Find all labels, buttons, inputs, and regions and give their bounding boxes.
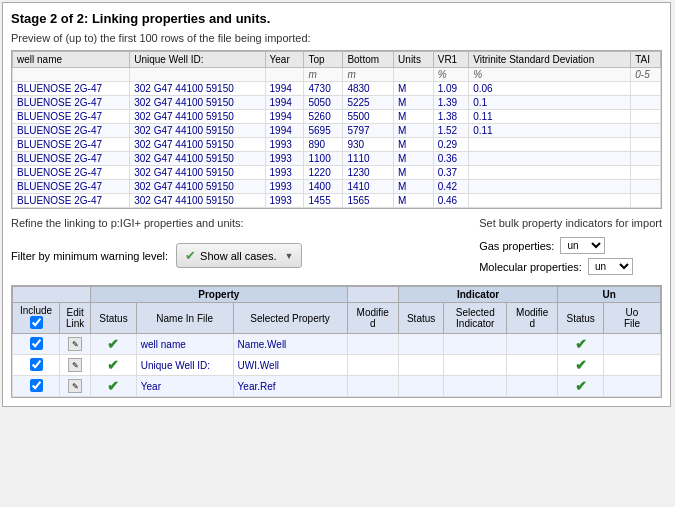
filter-row: Filter by minimum warning level: ✔ Show … <box>11 243 302 268</box>
table-row: 0.29 <box>433 138 468 152</box>
status-header: Status <box>91 303 137 334</box>
table-row: 1994 <box>265 110 304 124</box>
table-row: M <box>394 124 434 138</box>
page-subtitle: Preview of (up to) the first 100 rows of… <box>11 32 662 44</box>
gas-row: Gas properties: un yes no <box>479 237 662 254</box>
refine-left: Refine the linking to p:IGI+ properties … <box>11 217 302 268</box>
table-row <box>469 152 631 166</box>
table-row: M <box>394 82 434 96</box>
ind-selected-cell <box>444 355 507 376</box>
ind-modified-cell <box>507 376 558 397</box>
include-cell[interactable] <box>13 376 60 397</box>
modified-cell <box>347 376 398 397</box>
name-in-file-cell: well name <box>136 334 233 355</box>
table-row: 5500 <box>343 110 394 124</box>
unit-units <box>394 68 434 82</box>
col-bottom: Bottom <box>343 52 394 68</box>
table-row: 4730 <box>304 82 343 96</box>
gas-select[interactable]: un yes no <box>560 237 605 254</box>
edit-icon[interactable]: ✎ <box>68 358 82 372</box>
table-row: 4830 <box>343 82 394 96</box>
preview-table-container: well name Unique Well ID: Year Top Botto… <box>11 50 662 209</box>
table-row: 302 G47 44100 59150 <box>130 96 265 110</box>
show-cases-button[interactable]: ✔ Show all cases. ▼ <box>176 243 302 268</box>
table-row: 5260 <box>304 110 343 124</box>
status-cell: ✔ <box>91 355 137 376</box>
name-in-file-cell: Year <box>136 376 233 397</box>
col-well-name: well name <box>13 52 130 68</box>
table-row: 302 G47 44100 59150 <box>130 194 265 208</box>
link-table: Property Indicator Un Include EditLink S… <box>12 286 661 397</box>
table-row: BLUENOSE 2G-47 <box>13 96 130 110</box>
include-checkbox[interactable] <box>30 337 43 350</box>
ind-modified-cell <box>507 355 558 376</box>
show-cases-label: Show all cases. <box>200 250 276 262</box>
table-row: 1220 <box>304 166 343 180</box>
table-row <box>631 166 661 180</box>
unit-top: m <box>304 68 343 82</box>
col-vr1: VR1 <box>433 52 468 68</box>
un-status-cell: ✔ <box>558 376 604 397</box>
ind-selected-cell <box>444 376 507 397</box>
molecular-select[interactable]: un yes no <box>588 258 633 275</box>
table-row: 1994 <box>265 82 304 96</box>
col-top: Top <box>304 52 343 68</box>
include-cell[interactable] <box>13 334 60 355</box>
edit-icon[interactable]: ✎ <box>68 379 82 393</box>
include-cell[interactable] <box>13 355 60 376</box>
unit-bottom: m <box>343 68 394 82</box>
table-row: 0.46 <box>433 194 468 208</box>
ind-modified-header: Modified <box>507 303 558 334</box>
table-row <box>631 138 661 152</box>
table-row: 1100 <box>304 152 343 166</box>
selected-property-cell: Name.Well <box>233 334 347 355</box>
unit-vitrinite: % <box>469 68 631 82</box>
table-row: 5695 <box>304 124 343 138</box>
name-in-file-header: Name In File <box>136 303 233 334</box>
table-row: 302 G47 44100 59150 <box>130 124 265 138</box>
unit-tai: 0-5 <box>631 68 661 82</box>
table-row: BLUENOSE 2G-47 <box>13 138 130 152</box>
gas-label: Gas properties: <box>479 240 554 252</box>
include-checkbox[interactable] <box>30 379 43 392</box>
col-units: Units <box>394 52 434 68</box>
table-row: 1994 <box>265 96 304 110</box>
un-status-check-icon: ✔ <box>575 357 587 373</box>
selected-property-cell: Year.Ref <box>233 376 347 397</box>
dropdown-arrow-icon: ▼ <box>285 251 294 261</box>
table-row: 0.06 <box>469 82 631 96</box>
edit-cell[interactable]: ✎ <box>60 376 91 397</box>
edit-cell[interactable]: ✎ <box>60 355 91 376</box>
table-row: 0.42 <box>433 180 468 194</box>
uo-file-cell <box>603 355 660 376</box>
table-row: 1994 <box>265 124 304 138</box>
edit-link-header: EditLink <box>60 303 91 334</box>
status-check-icon: ✔ <box>107 336 119 352</box>
table-row: BLUENOSE 2G-47 <box>13 124 130 138</box>
molecular-label: Molecular properties: <box>479 261 582 273</box>
table-row: 302 G47 44100 59150 <box>130 180 265 194</box>
table-row: 1410 <box>343 180 394 194</box>
table-row: M <box>394 96 434 110</box>
table-row <box>631 96 661 110</box>
table-row: 302 G47 44100 59150 <box>130 166 265 180</box>
table-row: BLUENOSE 2G-47 <box>13 166 130 180</box>
table-row: 1.39 <box>433 96 468 110</box>
table-row <box>631 82 661 96</box>
table-row: 1.52 <box>433 124 468 138</box>
edit-icon[interactable]: ✎ <box>68 337 82 351</box>
modified-group <box>347 287 398 303</box>
edit-cell[interactable]: ✎ <box>60 334 91 355</box>
include-checkbox[interactable] <box>30 358 43 371</box>
table-row <box>469 138 631 152</box>
table-row: 302 G47 44100 59150 <box>130 82 265 96</box>
modified-cell <box>347 334 398 355</box>
modified-header: Modified <box>347 303 398 334</box>
include-all-checkbox[interactable] <box>30 316 43 329</box>
indicator-group-header: Indicator <box>398 287 558 303</box>
refine-section: Refine the linking to p:IGI+ properties … <box>11 217 662 275</box>
bulk-title: Set bulk property indicators for import <box>479 217 662 229</box>
table-row: 0.37 <box>433 166 468 180</box>
filter-label: Filter by minimum warning level: <box>11 250 168 262</box>
col-uwi: Unique Well ID: <box>130 52 265 68</box>
